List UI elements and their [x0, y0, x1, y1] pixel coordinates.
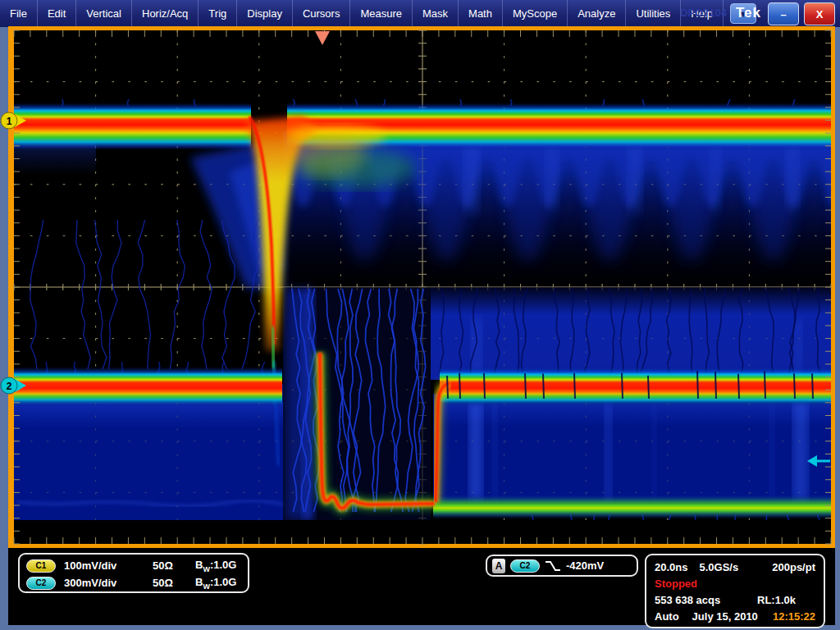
trigger-level: -420mV [566, 559, 604, 572]
menu-items: FileEditVerticalHoriz/AcqTrigDisplayCurs… [0, 0, 724, 27]
menu-item-file[interactable]: File [0, 0, 38, 27]
menu-item-trig[interactable]: Trig [199, 0, 237, 27]
trigger-source-badge: C2 [510, 559, 540, 573]
ch1-impedance: 50Ω [153, 559, 195, 572]
ch2-bandwidth: BW:1.0G [195, 576, 236, 591]
minimize-button[interactable]: – [768, 2, 799, 25]
sample-rate: 5.0GS/s [699, 561, 738, 573]
menu-item-measure[interactable]: Measure [350, 0, 413, 27]
ch2-readout-row[interactable]: C2 300mV/div 50Ω BW:1.0G [26, 574, 248, 591]
menu-item-edit[interactable]: Edit [38, 0, 76, 27]
menu-item-display[interactable]: Display [237, 0, 293, 27]
menu-item-math[interactable]: Math [459, 0, 503, 27]
date-label: July 15, 2010 [692, 610, 758, 623]
menu-item-analyze[interactable]: Analyze [568, 0, 626, 27]
trigger-readout-box[interactable]: A C2 -420mV [486, 555, 638, 577]
menu-item-vertical[interactable]: Vertical [76, 0, 132, 27]
record-length: RL:1.0k [757, 594, 796, 606]
model-label: DPO7104 [680, 7, 727, 19]
menu-item-cursors[interactable]: Cursors [293, 0, 351, 27]
timebase-readout-box: 20.0ns 5.0GS/s 200ps/pt Stopped 553 638 … [645, 554, 825, 628]
trigger-mode: Auto [655, 610, 679, 623]
menu-bar: FileEditVerticalHoriz/AcqTrigDisplayCurs… [0, 0, 840, 27]
menu-item-myscope[interactable]: MyScope [503, 0, 568, 27]
graticule-border [8, 26, 835, 548]
tek-logo: Tek [736, 5, 761, 21]
oscilloscope-screen: { "window": { "model": "DPO7104", "brand… [0, 0, 840, 630]
trigger-bus-badge: A [492, 559, 505, 573]
ch1-badge: C1 [26, 559, 56, 573]
minimize-icon: – [780, 8, 786, 21]
timebase-scale: 20.0ns [655, 561, 687, 573]
window-frame-left [0, 27, 8, 630]
acq-status: Stopped [655, 578, 697, 590]
ch2-badge: C2 [26, 577, 56, 590]
clock: 12:15:22 [773, 610, 815, 623]
falling-edge-icon [545, 559, 561, 573]
menu-item-utilities[interactable]: Utilities [626, 0, 681, 27]
ch1-readout-row[interactable]: C1 100mV/div 50Ω BW:1.0G [26, 557, 248, 574]
ch1-scale: 100mV/div [64, 559, 153, 572]
window-frame-right [835, 27, 840, 630]
resolution: 200ps/pt [772, 561, 815, 573]
acq-count: 553 638 acqs [655, 594, 720, 606]
close-icon: X [816, 8, 824, 21]
readout-area: C1 100mV/div 50Ω BW:1.0G C2 300mV/div 50… [8, 548, 835, 625]
ch2-scale: 300mV/div [64, 577, 153, 589]
ch2-impedance: 50Ω [153, 577, 195, 589]
close-button[interactable]: X [804, 2, 835, 25]
menu-item-mask[interactable]: Mask [413, 0, 459, 27]
channel-readout-box: C1 100mV/div 50Ω BW:1.0G C2 300mV/div 50… [18, 553, 249, 593]
ch1-bandwidth: BW:1.0G [195, 559, 236, 573]
menu-item-horiz-acq[interactable]: Horiz/Acq [132, 0, 199, 27]
